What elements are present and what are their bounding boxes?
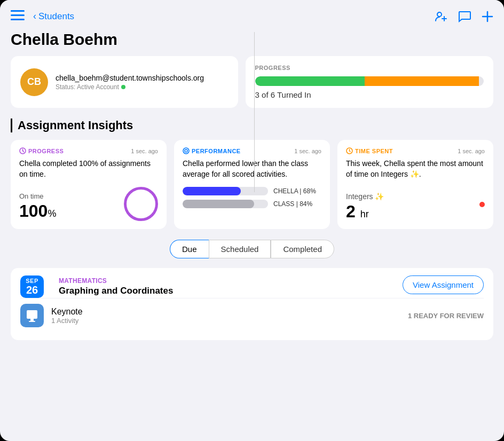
class-bar-bg [183,200,268,208]
top-bar-right [435,10,493,23]
insight-type-progress: PROGRESS [19,147,64,154]
chella-bar-row: CHELLA | 68% [183,187,321,195]
time-type-label: TIME SPENT [355,148,393,154]
profile-status: Status: Active Account [56,83,204,91]
assignment-subject: MATHEMATICS [59,277,173,285]
date-day: 26 [26,284,38,296]
chella-bar-bg [183,187,268,195]
assignment-header-row: SEP 26 MATHEMATICS Graphing and Coordina… [20,275,173,298]
insight-time-progress: 1 sec. ago [131,148,158,154]
insight-header-progress: PROGRESS 1 sec. ago [19,147,158,154]
circle-indicator [124,187,158,221]
time-value: 2 hr [346,202,384,222]
svg-point-12 [185,149,187,152]
top-bar: ‹ Students [0,0,504,28]
insight-card-performance: PERFORMANCE 1 sec. ago Chella performed … [174,140,330,229]
sidebar-toggle-button[interactable] [9,7,27,25]
add-student-button[interactable] [435,10,447,23]
insight-time-performance: 1 sec. ago [294,148,321,154]
insight-stat: On time 100% [19,192,56,221]
back-label: Students [38,11,74,22]
activity-name: Keynote [51,307,83,317]
on-time-value: 100% [19,201,56,221]
time-dot-icon [479,202,485,207]
progress-card: PROGRESS 3 of 6 Turned In [246,56,493,108]
insight-type-performance: PERFORMANCE [183,147,241,154]
svg-rect-15 [30,319,34,321]
insight-card-progress: PROGRESS 1 sec. ago Chella completed 100… [11,140,167,229]
perf-bars: CHELLA | 68% CLASS | 84% [183,187,321,208]
class-bar-fill [183,200,254,208]
insight-desc-time: This week, Chella spent the most amount … [346,159,485,179]
assignment-name: Graphing and Coordinates [59,286,173,296]
date-month: SEP [26,278,38,284]
svg-rect-14 [27,310,37,319]
insight-desc-progress: Chella completed 100% of assignments on … [19,159,158,179]
performance-type-label: PERFORMANCE [192,148,241,154]
assignment-card: SEP 26 MATHEMATICS Graphing and Coordina… [11,268,493,340]
svg-point-11 [183,148,189,154]
assignment-date-badge: SEP 26 [20,275,44,298]
chella-bar-fill [183,187,241,195]
time-bottom: Integers ✨ 2 hr [346,187,485,222]
activity-details: Keynote 1 Activity [51,307,83,325]
insight-header-performance: PERFORMANCE 1 sec. ago [183,147,321,154]
chevron-left-icon: ‹ [33,11,36,22]
class-bar-row: CLASS | 84% [183,200,321,208]
chella-bar-label: CHELLA | 68% [273,187,316,195]
vertical-divider [254,32,255,192]
progress-type-label: PROGRESS [28,148,64,154]
filter-tab-scheduled[interactable]: Scheduled [209,240,271,258]
insight-type-time: TIME SPENT [346,147,393,154]
main-content: Chella Boehm CB chella_boehm@student.tow… [0,28,504,437]
filter-tab-due[interactable]: Due [170,240,209,258]
insights-row: PROGRESS 1 sec. ago Chella completed 100… [11,140,493,229]
time-stat: Integers ✨ 2 hr [346,187,384,222]
activity-count: 1 Activity [51,317,83,325]
page-title: Chella Boehm [11,30,493,49]
svg-rect-3 [11,10,16,12]
activity-row: Keynote 1 Activity 1 READY FOR REVIEW [20,298,484,333]
back-button[interactable]: ‹ Students [33,11,74,22]
top-bar-left: ‹ Students [9,7,74,25]
insights-section-title: Assignment Insights [11,119,493,132]
svg-rect-1 [11,14,25,16]
insight-time-time: 1 sec. ago [458,148,485,154]
filter-tab-completed[interactable]: Completed [271,240,334,258]
profile-info: chella_boehm@student.townshipschools.org… [56,74,204,91]
activity-left: Keynote 1 Activity [20,304,83,327]
filter-tabs: Due Scheduled Completed [11,240,493,258]
insight-desc-performance: Chella performed lower than the class av… [183,159,321,179]
progress-section-label: PROGRESS [255,65,484,71]
assignment-info: MATHEMATICS Graphing and Coordinates [59,277,173,296]
progress-bar-orange [365,76,479,86]
keynote-icon [20,304,44,327]
cards-row: CB chella_boehm@student.townshipschools.… [11,56,493,108]
insight-bottom-progress: On time 100% [19,187,158,221]
insight-card-time: TIME SPENT 1 sec. ago This week, Chella … [337,140,493,229]
add-button[interactable] [482,11,493,22]
message-button[interactable] [458,11,471,22]
profile-card: CB chella_boehm@student.townshipschools.… [11,56,238,108]
svg-rect-4 [11,19,16,20]
status-dot-icon [121,85,125,89]
status-label: Status: Active Account [56,83,119,91]
insight-header-time: TIME SPENT 1 sec. ago [346,147,485,154]
view-assignment-button[interactable]: View Assignment [403,275,484,294]
progress-bar-container [255,76,484,86]
progress-summary: 3 of 6 Turned In [255,90,484,99]
assignment-header: SEP 26 MATHEMATICS Graphing and Coordina… [20,275,484,298]
class-bar-label: CLASS | 84% [273,200,312,208]
activity-status: 1 READY FOR REVIEW [408,312,484,320]
svg-rect-16 [29,321,35,322]
avatar: CB [20,68,48,96]
on-time-label: On time [19,192,56,200]
profile-email: chella_boehm@student.townshipschools.org [56,74,204,82]
progress-bar-green [255,76,365,86]
svg-point-5 [437,12,442,17]
time-subject: Integers ✨ [346,192,384,201]
